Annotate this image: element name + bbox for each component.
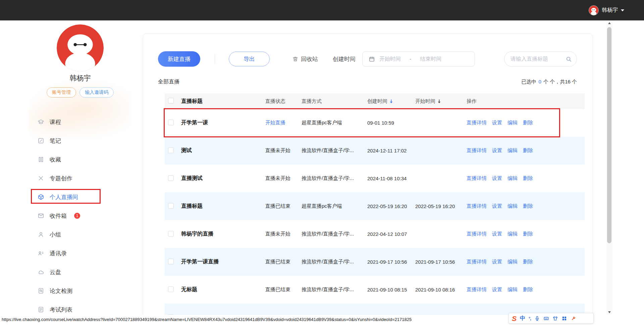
row-action-live-detail[interactable]: 直播详情: [467, 259, 487, 265]
row-action-edit[interactable]: 编辑: [507, 203, 518, 209]
sidebar-item-contacts[interactable]: 通讯录: [29, 244, 131, 263]
row-action-delete[interactable]: 删除: [523, 259, 533, 265]
live-method: 推流软件/直播盒子/学...: [302, 147, 367, 154]
recycle-bin-label: 回收站: [301, 55, 318, 63]
grid-icon[interactable]: [561, 316, 567, 321]
scrollbar[interactable]: [606, 20, 612, 315]
live-status: 直播已结束: [265, 286, 302, 293]
skin-icon[interactable]: [552, 316, 558, 321]
search-box[interactable]: [504, 51, 577, 67]
sidebar-item-personal-live-room[interactable]: 个人直播间: [29, 188, 131, 206]
row-action-live-detail[interactable]: 直播详情: [467, 286, 487, 293]
profile-avatar[interactable]: [57, 24, 104, 71]
row-checkbox[interactable]: [168, 120, 174, 125]
table-row: 开学第一课直播直播已结束推流软件/直播盒子/学...2021-09-17 10:…: [165, 248, 585, 276]
row-action-edit[interactable]: 编辑: [507, 231, 518, 237]
profile-actions: 账号管理 输入邀请码: [29, 87, 131, 97]
inbox-icon: [38, 212, 44, 219]
row-action-settings[interactable]: 设置: [492, 286, 502, 293]
export-button[interactable]: 导出: [229, 52, 270, 66]
row-action-edit[interactable]: 编辑: [507, 259, 518, 265]
row-action-settings[interactable]: 设置: [492, 147, 502, 154]
scrollbar-thumb[interactable]: [607, 27, 611, 243]
calendar-icon: [369, 56, 375, 62]
account-manage-button[interactable]: 账号管理: [47, 87, 76, 97]
range-separator: -: [410, 56, 411, 62]
sidebar-item-courses[interactable]: 课程: [29, 113, 131, 131]
course-icon: [38, 119, 44, 125]
scrollbar-down-button[interactable]: [606, 310, 612, 315]
sidebar-item-groups[interactable]: 小组: [29, 225, 131, 244]
row-checkbox[interactable]: [168, 203, 174, 209]
mic-icon[interactable]: [534, 316, 540, 321]
notes-icon: [38, 137, 44, 144]
live-status[interactable]: 开始直播: [265, 120, 302, 126]
row-action-edit[interactable]: 编辑: [507, 120, 518, 126]
search-input[interactable]: [511, 52, 567, 66]
row-action-delete[interactable]: 删除: [523, 175, 533, 182]
row-action-settings[interactable]: 设置: [492, 203, 502, 209]
keyboard-icon[interactable]: [543, 316, 549, 321]
row-action-delete[interactable]: 删除: [523, 231, 533, 237]
sidebar-item-label: 收藏: [50, 156, 61, 164]
exam-list-icon: [38, 306, 44, 313]
ime-language-toggle[interactable]: 中: [520, 315, 525, 322]
row-action-settings[interactable]: 设置: [492, 175, 502, 182]
sidebar-item-cloud-disk[interactable]: 云盘: [29, 263, 131, 281]
sidebar-item-favorites[interactable]: 收藏: [29, 150, 131, 169]
row-action-settings[interactable]: 设置: [492, 259, 502, 265]
sidebar-item-topic-creation[interactable]: 专题创作: [29, 169, 131, 188]
row-action-settings[interactable]: 设置: [492, 231, 502, 237]
row-action-settings[interactable]: 设置: [492, 120, 502, 126]
live-title: 韩杨宇的直播: [181, 231, 265, 238]
create-time-label[interactable]: 创建时间: [333, 55, 356, 63]
row-action-live-detail[interactable]: 直播详情: [467, 203, 487, 209]
row-action-delete[interactable]: 删除: [523, 147, 533, 154]
sidebar-item-notes[interactable]: 笔记: [29, 131, 131, 150]
user-avatar: [589, 5, 599, 15]
row-action-edit[interactable]: 编辑: [507, 175, 518, 182]
row-action-delete[interactable]: 删除: [523, 120, 533, 126]
row-action-live-detail[interactable]: 直播详情: [467, 120, 487, 126]
search-icon[interactable]: [566, 56, 572, 62]
end-time-placeholder[interactable]: 结束时间: [420, 56, 441, 63]
scrollbar-up-button[interactable]: [606, 20, 612, 26]
sidebar-menu: 课程笔记收藏专题创作个人直播间收件箱1小组通讯录云盘论文检测考试列表: [29, 113, 131, 319]
start-time-placeholder[interactable]: 开始时间: [379, 56, 401, 63]
sogou-logo-icon[interactable]: S: [512, 315, 517, 322]
row-checkbox[interactable]: [168, 175, 174, 181]
column-header-actions: 操作: [467, 98, 585, 105]
sort-desc-icon[interactable]: [389, 99, 393, 104]
column-header-created[interactable]: 创建时间: [367, 98, 415, 105]
row-checkbox[interactable]: [168, 286, 174, 292]
row-checkbox[interactable]: [168, 259, 174, 264]
select-all-checkbox[interactable]: [168, 98, 174, 104]
live-status: 直播已结束: [265, 259, 302, 265]
sidebar-item-inbox[interactable]: 收件箱1: [29, 206, 131, 225]
toolbox-icon[interactable]: [571, 316, 576, 321]
live-title: 开学第一课直播: [181, 258, 265, 265]
row-action-delete[interactable]: 删除: [523, 286, 533, 293]
ime-toolbar[interactable]: S 中 °,: [508, 313, 594, 324]
row-action-edit[interactable]: 编辑: [507, 147, 518, 154]
user-menu[interactable]: 韩杨宇: [589, 0, 624, 20]
sidebar-item-paper-check[interactable]: 论文检测: [29, 281, 131, 300]
column-header-start[interactable]: 开始时间: [415, 98, 467, 105]
row-action-live-detail[interactable]: 直播详情: [467, 231, 487, 237]
live-room-icon: [38, 194, 44, 200]
row-action-delete[interactable]: 删除: [523, 203, 533, 209]
column-header-method: 直播方式: [302, 98, 367, 105]
new-live-button[interactable]: 新建直播: [158, 51, 200, 67]
row-action-live-detail[interactable]: 直播详情: [467, 175, 487, 182]
row-action-edit[interactable]: 编辑: [507, 286, 518, 293]
punctuation-toggle-icon[interactable]: °,: [529, 316, 531, 321]
recycle-bin-button[interactable]: 回收站: [292, 55, 318, 63]
date-range-input[interactable]: 开始时间 - 结束时间: [362, 51, 475, 67]
sort-desc-icon[interactable]: [437, 99, 441, 104]
live-method: 超星直播pc客户端: [302, 120, 367, 126]
row-action-live-detail[interactable]: 直播详情: [467, 147, 487, 154]
row-checkbox[interactable]: [168, 147, 174, 153]
invite-code-button[interactable]: 输入邀请码: [79, 87, 114, 97]
sidebar-item-label: 小组: [50, 231, 61, 239]
row-checkbox[interactable]: [168, 231, 174, 237]
